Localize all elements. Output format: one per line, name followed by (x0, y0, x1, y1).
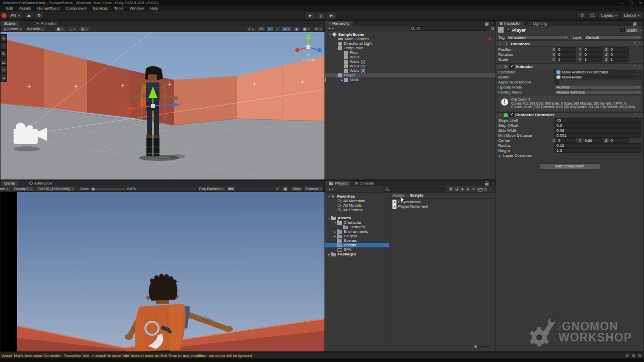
project-search-input[interactable] (383, 187, 446, 192)
tab-console[interactable]: ▤Console (351, 180, 378, 186)
tab-game[interactable]: Game (1, 180, 19, 186)
expander-icon[interactable]: ▶ (327, 253, 331, 256)
scale-tool[interactable]: ◱ (1, 58, 7, 66)
controller-object-field[interactable]: Malik Animation Controller (554, 70, 641, 74)
presets-icon[interactable]: ⋮ (638, 42, 641, 46)
hidden-objects-toggle[interactable]: ◉ (293, 27, 300, 32)
step-button[interactable]: ▶| (327, 12, 337, 19)
center-z-field[interactable]: 0 (609, 138, 629, 143)
foldout-icon[interactable]: ▼ (498, 114, 502, 117)
tab-lighting[interactable]: ☼Lighting (524, 21, 550, 26)
effects-dropdown[interactable]: ∗▼ (282, 27, 292, 32)
PlayerMovement[interactable]: PlayerMovement (392, 204, 496, 209)
draw-mode-dropdown[interactable]: ◐▼ (247, 27, 256, 32)
vsync-toggle[interactable]: ▦ (282, 187, 289, 192)
hierarchy-create-button[interactable]: +▼ (327, 27, 336, 31)
tab-inspector[interactable]: Inspector (496, 21, 524, 26)
update-mode-dropdown[interactable]: Normal▼ (554, 85, 641, 89)
display-dropdown[interactable]: Display 1▼ (12, 187, 34, 192)
presets-icon[interactable]: ⋮ (638, 113, 641, 117)
move-tool[interactable]: + (1, 42, 7, 50)
lock-icon[interactable] (485, 23, 489, 26)
tab-hierarchy[interactable]: ≡Hierarchy (325, 21, 353, 26)
project-create-button[interactable]: +▼ (327, 187, 336, 192)
global-search-button[interactable] (588, 12, 597, 19)
expander-icon[interactable]: ▶ (333, 235, 337, 238)
project-tree-item[interactable]: ▶ Packages (325, 252, 389, 256)
console-logs-icon[interactable]: ⊠ (638, 353, 641, 358)
tool-handle-rotation-dropdown[interactable]: ⊕Local▼ (25, 27, 45, 32)
axis-x-field[interactable]: 0 (556, 52, 576, 57)
minimize-icon[interactable]: – (622, 0, 624, 6)
lock-icon[interactable] (485, 183, 489, 186)
expander-icon[interactable]: ▼ (328, 33, 332, 36)
panel-menu-icon[interactable]: ⋮ (319, 181, 323, 185)
center-y-field[interactable]: 0.66 (583, 138, 603, 143)
pause-button[interactable]: || (316, 12, 326, 19)
add-component-button[interactable]: Add Component (540, 163, 600, 169)
project-tree-item[interactable]: ▼ Favorites (325, 194, 389, 199)
scene-audio-toggle[interactable]: ♪ (275, 27, 281, 32)
menu-item[interactable]: Services (90, 6, 111, 11)
menu-item[interactable]: Window (126, 6, 146, 11)
value-field[interactable]: 0.08 (554, 128, 641, 133)
scale-slider-knob[interactable] (92, 188, 95, 191)
axis-y-field[interactable]: 1 (583, 57, 603, 62)
axis-z-field[interactable]: 1 (609, 57, 629, 62)
play-focused-dropdown[interactable]: Play Focused▼ (197, 187, 226, 192)
object-picker-icon[interactable] (636, 75, 639, 79)
account-avatar[interactable] (2, 13, 7, 18)
project-tree-item[interactable]: ▶ Environments (325, 229, 389, 234)
value-field[interactable]: 0.001 (554, 133, 641, 138)
hidden-count-icon[interactable] (477, 188, 482, 191)
value-field[interactable]: 1.3 (554, 148, 641, 153)
menu-item[interactable]: Component (63, 6, 90, 11)
tool-handle-pivot-dropdown[interactable]: ◎Center▼ (2, 27, 24, 32)
hierarchy-item[interactable]: Walls (325, 55, 496, 59)
avatar-object-field[interactable]: MalikAvatar (554, 75, 641, 79)
project-tree-item[interactable]: All Prefabs (325, 208, 389, 212)
help-icon[interactable]: ? (634, 64, 636, 68)
value-field[interactable]: 0.16 (554, 143, 641, 148)
breadcrumb-current[interactable]: Scripts (410, 193, 424, 198)
foldout-icon[interactable]: ▼ (498, 42, 502, 45)
status-bar[interactable]: Asset 'Malik Animation Controller': Tran… (0, 352, 644, 358)
expander-icon[interactable]: ▼ (327, 195, 331, 198)
account-button[interactable]: AN▼ (8, 12, 23, 19)
asset-store-icon[interactable]: ◉ (466, 187, 469, 191)
hierarchy-item[interactable]: ▼ Player (325, 73, 496, 77)
tab-scene[interactable]: Scene (1, 21, 19, 26)
project-tree-item[interactable]: All Materials (325, 199, 389, 203)
breadcrumb-root[interactable]: Assets (392, 193, 405, 198)
persp-label[interactable]: < Persp (301, 58, 315, 62)
axis-x-field[interactable]: 0 (556, 47, 576, 52)
help-icon[interactable]: ? (634, 42, 636, 46)
scale-slider[interactable] (91, 189, 126, 190)
expander-icon[interactable]: ▶ (498, 154, 502, 157)
axis-x-field[interactable]: 1 (556, 57, 576, 62)
foldout-icon[interactable]: ▼ (498, 65, 502, 68)
PlayerAttack[interactable]: PlayerAttack (392, 200, 496, 204)
resolution-dropdown[interactable]: Full HD (1920x1080)▼ (36, 187, 76, 192)
project-tree-item[interactable]: ▼ Character (325, 220, 389, 225)
display-target-dropdown[interactable]: Game▼ (0, 187, 11, 192)
panel-menu-icon[interactable]: ⋮ (491, 182, 494, 186)
camera-settings-dropdown[interactable]: ▦▼ (301, 27, 312, 32)
hierarchy-item[interactable]: ▼ SampleScene (325, 32, 496, 37)
cc-enabled-checkbox[interactable] (509, 113, 514, 117)
expander-icon[interactable]: ▶ (333, 230, 337, 233)
layers-dropdown[interactable]: Layers▼ (599, 12, 620, 19)
static-checkbox[interactable] (620, 28, 625, 32)
layer-dropdown[interactable]: Default▼ (584, 35, 641, 40)
project-tree-item[interactable]: Textures (325, 225, 389, 229)
hierarchy-item[interactable]: ▶ Malik (325, 77, 496, 82)
menu-item[interactable]: Edit (3, 6, 16, 11)
tab-project[interactable]: Project (325, 180, 351, 186)
console-warning-message[interactable]: Asset 'Malik Animation Controller': Tran… (2, 353, 252, 358)
gameobject-name[interactable]: Player (512, 28, 526, 33)
game-gizmos-dropdown[interactable]: Gizmos▼ (304, 187, 324, 192)
center-x-field[interactable]: 0 (556, 138, 576, 143)
snap-toggle-dropdown[interactable]: ◡▼ (67, 27, 77, 32)
object-picker-icon[interactable] (636, 70, 639, 74)
play-button[interactable]: ▶ (305, 12, 315, 19)
